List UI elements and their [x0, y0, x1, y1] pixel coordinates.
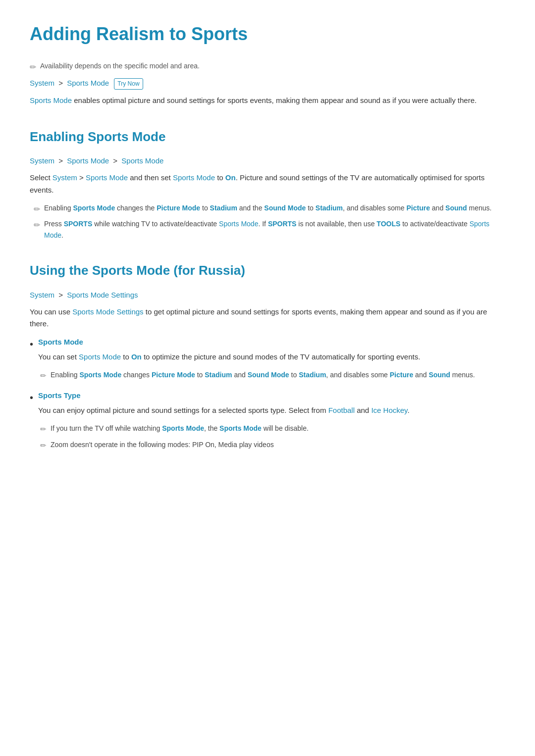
sports-mode-link-intro[interactable]: Sports Mode — [67, 79, 109, 87]
picture-note1: Picture — [406, 204, 429, 212]
picture-mode-sub1: Picture Mode — [152, 371, 195, 379]
availability-note: ✏ Availability depends on the specific m… — [30, 60, 505, 74]
chevron-icon-s1-1: > — [58, 156, 65, 165]
bullet-content-sports-type: Sports Type You can enjoy optimal pictur… — [38, 390, 505, 452]
section2-description: You can use Sports Mode Settings to get … — [30, 306, 505, 331]
chevron-icon-s1-2: > — [113, 156, 119, 165]
intro-breadcrumb: System > Sports Mode Try Now — [30, 77, 505, 90]
sub-note-sports-type-1: ✏ If you turn the TV off while watching … — [38, 423, 505, 435]
bullet-dot-2: • — [30, 391, 33, 404]
sound-mode-note1: Sound Mode — [264, 204, 306, 212]
sports-mode-sub2b: Sports Mode — [219, 424, 262, 432]
sports-mode-highlight-intro: Sports Mode — [30, 96, 72, 104]
stadium-sub1a: Stadium — [205, 371, 232, 379]
bullet-item-sports-type: • Sports Type You can enjoy optimal pict… — [30, 390, 505, 452]
system-link-s2[interactable]: System — [30, 291, 54, 299]
section1-notes: ✏ Enabling Sports Mode changes the Pictu… — [30, 202, 505, 241]
stadium-sub1b: Stadium — [299, 371, 326, 379]
pencil-icon: ✏ — [30, 61, 36, 74]
system-link-s1[interactable]: System — [30, 156, 54, 165]
football-link: Football — [328, 406, 355, 414]
chevron-icon-1: > — [58, 79, 65, 87]
ice-hockey-link: Ice Hockey — [371, 406, 407, 414]
sports-mode-b1: Sports Mode — [79, 353, 121, 361]
section1-note-1: ✏ Enabling Sports Mode changes the Pictu… — [34, 202, 505, 216]
intro-paragraph: Sports Mode enables optimal picture and … — [30, 95, 505, 107]
bullet-desc-sports-type: You can enjoy optimal picture and sound … — [38, 404, 505, 417]
sports-mode-text-s1: Sports Mode — [86, 173, 128, 182]
on-text-b1: On — [131, 353, 142, 361]
sound-mode-sub1: Sound Mode — [248, 371, 289, 379]
section1-description: Select System > Sports Mode and then set… — [30, 172, 505, 197]
pencil-icon-s1-1: ✏ — [34, 203, 40, 216]
bullet-title-sports-mode: Sports Mode — [38, 336, 505, 348]
sports-mode-settings-link-s2[interactable]: Sports Mode Settings — [67, 291, 138, 299]
bullet-content-sports-mode: Sports Mode You can set Sports Mode to O… — [38, 336, 505, 382]
section2-breadcrumb: System > Sports Mode Settings — [30, 289, 505, 301]
system-link-intro[interactable]: System — [30, 79, 54, 87]
pencil-icon-b1: ✏ — [40, 370, 47, 382]
sports-mode-note2a: Sports Mode — [219, 220, 258, 228]
system-text-s1: System — [53, 173, 77, 182]
section2-title: Using the Sports Mode (for Russia) — [30, 260, 505, 281]
page-title: Adding Realism to Sports — [30, 20, 505, 49]
sports-mode-link-s1-1[interactable]: Sports Mode — [67, 156, 109, 165]
bullet-list: • Sports Mode You can set Sports Mode to… — [30, 336, 505, 452]
sports-text-note2b: SPORTS — [268, 220, 297, 228]
sports-text-note2: SPORTS — [64, 220, 93, 228]
tools-text-note2: TOOLS — [376, 220, 400, 228]
sports-mode-text-s1b: Sports Mode — [173, 173, 215, 182]
sub-note-sports-mode: ✏ Enabling Sports Mode changes Picture M… — [38, 369, 505, 382]
sports-mode-sub1: Sports Mode — [79, 371, 121, 379]
bullet-item-sports-mode: • Sports Mode You can set Sports Mode to… — [30, 336, 505, 382]
sports-mode-settings-text: Sports Mode Settings — [72, 307, 143, 316]
sports-mode-note2b: Sports Mode — [44, 220, 489, 239]
section1-breadcrumb: System > Sports Mode > Sports Mode — [30, 155, 505, 167]
sports-mode-note1: Sports Mode — [73, 204, 115, 212]
sub-note-sports-type-2: ✏ Zoom doesn't operate in the following … — [38, 439, 505, 452]
chevron-icon-s2: > — [58, 291, 65, 299]
pencil-icon-b2-1: ✏ — [40, 423, 47, 435]
try-now-badge[interactable]: Try Now — [114, 78, 143, 90]
pencil-icon-s1-2: ✏ — [34, 219, 40, 232]
sound-sub1: Sound — [428, 371, 450, 379]
picture-sub1: Picture — [390, 371, 413, 379]
picture-mode-note1: Picture Mode — [157, 204, 200, 212]
pencil-icon-b2-2: ✏ — [40, 440, 47, 452]
bullet-title-sports-type: Sports Type — [38, 390, 505, 402]
on-text-s1: On — [225, 173, 236, 182]
bullet-dot-1: • — [30, 337, 33, 351]
bullet-desc-sports-mode: You can set Sports Mode to On to optimiz… — [38, 351, 505, 363]
stadium-note1b: Stadium — [316, 204, 343, 212]
section1-title: Enabling Sports Mode — [30, 127, 505, 148]
sports-mode-sub2a: Sports Mode — [162, 424, 204, 432]
stadium-note1a: Stadium — [210, 204, 237, 212]
sports-mode-link-s1-2[interactable]: Sports Mode — [121, 156, 163, 165]
sound-note1: Sound — [445, 204, 467, 212]
section1-note-2: ✏ Press SPORTS while watching TV to acti… — [34, 218, 505, 241]
